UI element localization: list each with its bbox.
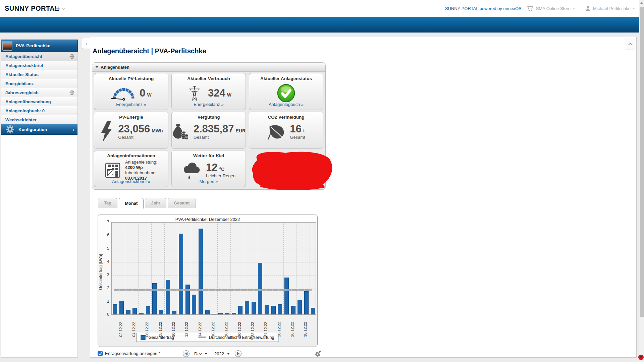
collapse-triangle-icon bbox=[95, 66, 99, 68]
language-dropdown[interactable]: Deutsch bbox=[44, 6, 65, 11]
y-tick-label: 4 bbox=[101, 259, 109, 264]
sidebar-item-konfiguration[interactable]: Konfiguration › bbox=[1, 124, 77, 135]
bar bbox=[113, 304, 117, 314]
online-store-link[interactable]: SMA Online Store bbox=[526, 5, 575, 11]
chart-legend: Gesamtertrag Durchschnittliche Ertragser… bbox=[137, 333, 279, 342]
sidebar-item-anlagensteckbrief[interactable]: Anlagensteckbrief bbox=[1, 61, 77, 70]
y-tick-label: 6 bbox=[101, 233, 109, 237]
y-tick-label: 7 bbox=[101, 220, 109, 224]
x-tick-label: 26.12.22 bbox=[277, 317, 281, 337]
tab-gesamt[interactable]: Gesamt bbox=[168, 198, 196, 208]
scrollbar-thumb[interactable] bbox=[640, 7, 644, 317]
scroll-down-marker[interactable] bbox=[638, 355, 644, 360]
x-tick-label: 02.12.22 bbox=[119, 317, 123, 337]
sidebar-item-anlagenueberwachung[interactable]: Anlagenüberwachung bbox=[1, 97, 77, 106]
x-tick-label: 18.12.22 bbox=[224, 317, 228, 337]
year-select[interactable]: 2022 bbox=[212, 350, 232, 357]
x-tick-label: 04.12.22 bbox=[132, 317, 136, 337]
anlagendaten-panel: Anlagendaten Aktuelle PV-Leistung bbox=[92, 62, 326, 190]
gridline bbox=[112, 249, 316, 249]
language-label: Deutsch bbox=[44, 6, 60, 11]
sidebar-plant-header[interactable]: PVA-Perlitschke bbox=[1, 40, 78, 52]
gridline bbox=[164, 223, 165, 314]
gridline bbox=[217, 223, 218, 314]
bar bbox=[152, 283, 157, 314]
checkbox-checked-icon[interactable] bbox=[98, 351, 103, 356]
bar bbox=[146, 306, 150, 314]
x-tick-label: 14.12.22 bbox=[198, 317, 202, 337]
x-tick-label: 08.12.22 bbox=[158, 317, 162, 337]
tab-jahr[interactable]: Jahr bbox=[145, 198, 166, 208]
powered-by-link[interactable]: SUNNY PORTAL powered by ennexOS bbox=[445, 6, 522, 11]
gridline bbox=[112, 236, 316, 236]
gauge-icon bbox=[111, 85, 135, 102]
y-tick-label: 3 bbox=[101, 273, 109, 277]
globe-icon bbox=[69, 54, 74, 59]
scroll-top-button[interactable] bbox=[625, 38, 635, 50]
prev-icon bbox=[185, 352, 187, 355]
bar bbox=[166, 280, 170, 314]
bar bbox=[159, 310, 163, 314]
bar bbox=[119, 301, 124, 314]
gridline bbox=[138, 223, 139, 314]
sidebar-item-jahresvergleich[interactable]: Jahresvergleich bbox=[1, 88, 77, 97]
chevron-down-icon bbox=[227, 353, 230, 355]
energiebilanz-link[interactable]: Energiebilanz » bbox=[172, 102, 246, 107]
bar bbox=[311, 308, 315, 314]
expected-yield-line bbox=[114, 289, 312, 291]
sidebar-item-energiebilanz[interactable]: Energiebilanz bbox=[1, 79, 77, 88]
bar bbox=[205, 310, 210, 314]
anlagensteckbrief-link[interactable]: Anlagensteckbrief » bbox=[94, 179, 168, 184]
gridline bbox=[230, 223, 231, 314]
tile-verbrauch: Aktueller Verbrauch 324 W bbox=[171, 73, 246, 110]
prev-month-button[interactable] bbox=[183, 350, 190, 357]
gridline bbox=[151, 223, 152, 314]
bar bbox=[278, 304, 282, 314]
export-settings-icon[interactable] bbox=[314, 350, 321, 357]
tab-tag[interactable]: Tag bbox=[98, 198, 117, 208]
chevron-down-icon bbox=[205, 353, 207, 355]
bar bbox=[179, 234, 183, 314]
gridline bbox=[257, 223, 257, 314]
next-month-button[interactable] bbox=[235, 350, 241, 357]
bar bbox=[265, 305, 269, 314]
plant-info-icon bbox=[105, 163, 121, 178]
sidebar-item-anlagenuebersicht[interactable]: Anlagenübersicht bbox=[1, 52, 77, 61]
morgen-link[interactable]: Morgen » bbox=[172, 179, 246, 184]
x-tick-label: 20.12.22 bbox=[237, 317, 241, 337]
sidebar-item-wechselrichter[interactable]: Wechselrichter bbox=[1, 115, 77, 124]
pylon-icon bbox=[186, 84, 203, 102]
sidebar-item-anlagenlogbuch[interactable]: Anlagenlogbuch: 0 bbox=[1, 106, 77, 115]
x-tick-label: 12.12.22 bbox=[184, 317, 189, 337]
period-tabs: Tag Monat Jahr Gesamt bbox=[98, 198, 196, 208]
month-select[interactable]: Dez bbox=[192, 350, 209, 357]
plant-photo bbox=[2, 41, 12, 51]
tab-monat[interactable]: Monat bbox=[119, 198, 144, 208]
sidebar: PVA-Perlitschke Anlagenübersicht Anlagen… bbox=[1, 40, 78, 358]
vertical-scrollbar[interactable] bbox=[639, 0, 644, 362]
anlagendaten-header[interactable]: Anlagendaten bbox=[92, 63, 325, 72]
collapse-sidebar-button[interactable]: ‹ bbox=[82, 38, 90, 49]
bar bbox=[291, 306, 296, 314]
plant-name: PVA-Perlitschke bbox=[16, 43, 50, 48]
bar bbox=[252, 302, 256, 314]
chevron-down-icon bbox=[633, 6, 636, 9]
bar bbox=[172, 311, 176, 314]
user-menu[interactable]: Michael Perlitschke bbox=[585, 6, 635, 11]
tile-pv-energie: PV-Energie 23,056 MWh Gesamt bbox=[94, 112, 168, 148]
redaction-scribble bbox=[248, 150, 334, 190]
status-ok-icon bbox=[277, 84, 296, 103]
bar bbox=[232, 313, 236, 314]
chevron-down-icon bbox=[573, 6, 576, 9]
anlagenlogbuch-link[interactable]: Anlagenlogbuch » bbox=[249, 102, 323, 107]
tile-anlagenstatus: Aktueller Anlagenstatus Anlagenlogbuch » bbox=[249, 73, 323, 110]
bar bbox=[192, 295, 196, 314]
store-label: SMA Online Store bbox=[536, 6, 571, 11]
cart-icon bbox=[526, 5, 534, 11]
sidebar-item-aktueller-status[interactable]: Aktueller Status bbox=[1, 70, 77, 79]
gridline bbox=[297, 223, 297, 314]
bar bbox=[304, 291, 309, 314]
gridline bbox=[112, 276, 316, 276]
tiles-grid: Aktuelle PV-Leistung 0 W bbox=[94, 73, 324, 187]
energiebilanz-link[interactable]: Energiebilanz » bbox=[94, 102, 168, 107]
